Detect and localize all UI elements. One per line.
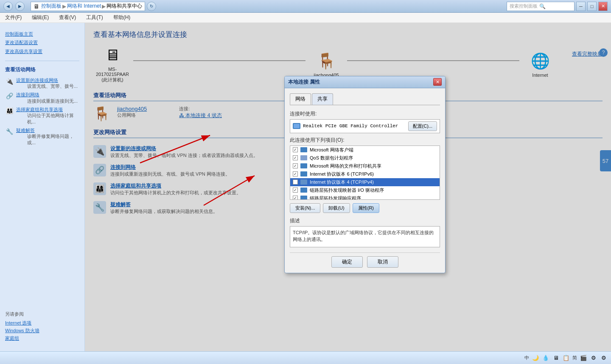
sidebar-firewall[interactable]: Windows 防火墙 xyxy=(5,328,79,334)
list-item-1[interactable]: QoS 数据包计划程序 xyxy=(290,154,440,162)
breadcrumb-item2[interactable]: 网络和 Internet xyxy=(67,3,101,10)
back-button[interactable]: ◀ xyxy=(3,2,13,11)
item-icon-1 xyxy=(300,155,307,160)
tray-icon-4[interactable]: 🎬 xyxy=(580,354,587,362)
description-box: TCP/IP。该协议是默认的广域网络协议，它提供在不同的相互连接的网络上的通讯。 xyxy=(290,226,440,247)
sidebar-homegroup-desc: 访问位于其他网络计算机... xyxy=(27,112,79,125)
sidebar-homegroup-link[interactable]: 家庭组 xyxy=(5,335,79,342)
item-icon-4 xyxy=(300,179,307,185)
sidebar-connect-label[interactable]: 连接到网络 xyxy=(16,92,78,98)
uninstall-button[interactable]: 卸载(U) xyxy=(323,203,350,213)
sidebar-divider1 xyxy=(5,61,79,61)
cancel-button[interactable]: 取消 xyxy=(367,256,398,268)
tray-icon-5[interactable]: ⚙ xyxy=(590,354,597,362)
sidebar-new-conn-label[interactable]: 设置新的连接或网络 xyxy=(16,77,78,83)
menubar: 文件(F) 编辑(E) 查看(V) 工具(T) 帮助(H) xyxy=(0,13,611,23)
sidebar-sharing-label[interactable]: 更改高级共享设置 xyxy=(5,48,42,54)
breadcrumb-item1[interactable]: 控制面板 xyxy=(41,3,62,10)
list-item-5[interactable]: 链路层拓扑发现映射器 I/O 驱动程序 xyxy=(290,186,440,194)
dialog-body: 网络 共享 连接时使用: Realtek PCIe GBE Family Con… xyxy=(285,88,445,273)
sidebar-footer: 另请参阅 Internet 选项 Windows 防火墙 家庭组 xyxy=(0,307,84,347)
list-item-6[interactable]: 链路层拓扑发现响应程序 xyxy=(290,194,440,200)
dialog-tabs: 网络 共享 xyxy=(290,93,440,105)
sidebar-troubleshoot-desc: 诊断并修复网络问题，或... xyxy=(27,133,79,146)
item-label-6: 链路层拓扑发现响应程序 xyxy=(310,195,361,200)
checkbox-4[interactable] xyxy=(293,179,298,185)
dialog-tab-network[interactable]: 网络 xyxy=(290,93,311,105)
checkbox-1[interactable] xyxy=(293,155,298,160)
connect-icon: 🔗 xyxy=(5,92,14,100)
tray-icon-1[interactable]: 💧 xyxy=(542,354,549,362)
menu-view[interactable]: 查看(V) xyxy=(57,13,78,22)
items-label: 此连接使用下列项目(O): xyxy=(290,137,440,144)
items-list[interactable]: Microsoft 网络客户端 QoS 数据包计划程序 Microsoft 网络… xyxy=(290,146,440,200)
connect-using-label: 连接时使用: xyxy=(290,110,440,118)
forward-button[interactable]: ▶ xyxy=(15,2,25,11)
sidebar-item-troubleshoot[interactable]: 🔧 疑难解答 诊断并修复网络问题，或... xyxy=(5,126,79,147)
close-button[interactable]: ✕ xyxy=(598,2,608,11)
checkbox-0[interactable] xyxy=(293,147,298,152)
sidebar-home-label[interactable]: 控制面板主页 xyxy=(5,31,33,37)
device-icon-inner xyxy=(294,124,300,128)
item-icon-0 xyxy=(300,147,307,152)
list-item-2[interactable]: Microsoft 网络的文件和打印机共享 xyxy=(290,162,440,170)
breadcrumb-icon: 🖥 xyxy=(34,3,39,10)
sidebar-homegroup-label[interactable]: 选择家庭组和共享选项 xyxy=(16,106,79,112)
item-icon-3 xyxy=(300,171,307,176)
checkbox-5[interactable] xyxy=(293,188,298,193)
sidebar-main-section: 控制面板主页 更改适配器设置 更改高级共享设置 xyxy=(0,27,84,58)
new-conn-icon: 🔌 xyxy=(5,77,14,86)
sidebar-internet-options[interactable]: Internet 选项 xyxy=(5,320,79,326)
dialog-device-name: Realtek PCIe GBE Family Controller xyxy=(303,123,398,129)
local-conn-dialog: 本地连接 属性 ✕ 网络 共享 连接时使用: xyxy=(284,76,446,273)
dialog-close-button[interactable]: ✕ xyxy=(433,78,442,86)
tray-icon-3[interactable]: 📋 xyxy=(562,354,570,362)
sidebar-item-sharing[interactable]: 更改高级共享设置 xyxy=(5,47,79,56)
menu-tools[interactable]: 工具(T) xyxy=(84,13,104,22)
menu-help[interactable]: 帮助(H) xyxy=(112,13,132,22)
sidebar-change-title: 查看活动网络 xyxy=(5,66,79,73)
dialog-overlay: 本地连接 属性 ✕ 网络 共享 连接时使用: xyxy=(85,23,611,351)
device-icon xyxy=(293,123,300,129)
troubleshoot-icon: 🔧 xyxy=(5,127,14,136)
sidebar-item-connect[interactable]: 🔗 连接到网络 连接到或重新连接到无... xyxy=(5,90,79,105)
search-box[interactable]: 搜索控制面板 🔍 xyxy=(507,2,575,11)
dialog-titlebar: 本地连接 属性 ✕ xyxy=(285,76,445,88)
main-layout: 控制面板主页 更改适配器设置 更改高级共享设置 查看活动网络 🔌 设置新的连接或… xyxy=(0,23,611,351)
menu-file[interactable]: 文件(F) xyxy=(3,13,23,22)
sidebar-change-section: 查看活动网络 🔌 设置新的连接或网络 设置无线、宽带、拨号... 🔗 连接到网络… xyxy=(0,64,84,149)
checkbox-2[interactable] xyxy=(293,163,298,168)
list-item-4[interactable]: Internet 协议版本 4 (TCP/IPv4) xyxy=(290,178,440,186)
breadcrumb-sep2: ▶ xyxy=(102,3,106,9)
sidebar-item-homegroup[interactable]: 👨‍👩‍👧 选择家庭组和共享选项 访问位于其他网络计算机... xyxy=(5,105,79,126)
checkbox-3[interactable] xyxy=(293,171,298,176)
address-bar-wrap: 🖥 控制面板 ▶ 网络和 Internet ▶ 网络和共享中心 ↻ xyxy=(31,2,156,11)
titlebar: ◀ ▶ 🖥 控制面板 ▶ 网络和 Internet ▶ 网络和共享中心 ↻ 搜索… xyxy=(0,0,611,13)
checkbox-6[interactable] xyxy=(293,196,298,200)
list-item-3[interactable]: Internet 协议版本 6 (TCP/IPv6) xyxy=(290,170,440,178)
properties-button[interactable]: 属性(R) xyxy=(353,203,379,213)
tray-icon-0[interactable]: 🌙 xyxy=(532,354,539,362)
menu-edit[interactable]: 编辑(E) xyxy=(30,13,50,22)
search-icon: 🔍 xyxy=(539,3,546,9)
tray-icon-6[interactable]: ⚙ xyxy=(600,354,608,362)
install-button[interactable]: 安装(N)... xyxy=(290,203,320,213)
svg-line-2 xyxy=(204,176,255,205)
tray-icon-2[interactable]: 🖥 xyxy=(552,354,560,362)
sidebar-item-adapter[interactable]: 更改适配器设置 xyxy=(5,38,79,47)
minimize-button[interactable]: ─ xyxy=(576,2,586,11)
item-label-2: Microsoft 网络的文件和打印机共享 xyxy=(310,163,381,169)
dialog-tab-sharing[interactable]: 共享 xyxy=(312,93,333,105)
sidebar-item-new-conn[interactable]: 🔌 设置新的连接或网络 设置无线、宽带、拨号... xyxy=(5,76,79,91)
config-button[interactable]: 配置(C)... xyxy=(408,121,437,131)
description-label: 描述 xyxy=(290,217,440,224)
ok-button[interactable]: 确定 xyxy=(331,256,363,268)
refresh-button[interactable]: ↻ xyxy=(147,2,156,11)
sidebar-item-home[interactable]: 控制面板主页 xyxy=(5,30,79,38)
maximize-button[interactable]: □ xyxy=(587,2,597,11)
list-item-0[interactable]: Microsoft 网络客户端 xyxy=(290,146,440,154)
address-bar[interactable]: 🖥 控制面板 ▶ 网络和 Internet ▶ 网络和共享中心 xyxy=(31,2,145,11)
sidebar-adapter-label[interactable]: 更改适配器设置 xyxy=(5,39,38,45)
sidebar-troubleshoot-label[interactable]: 疑难解答 xyxy=(16,127,79,133)
item-icon-5 xyxy=(300,188,307,193)
